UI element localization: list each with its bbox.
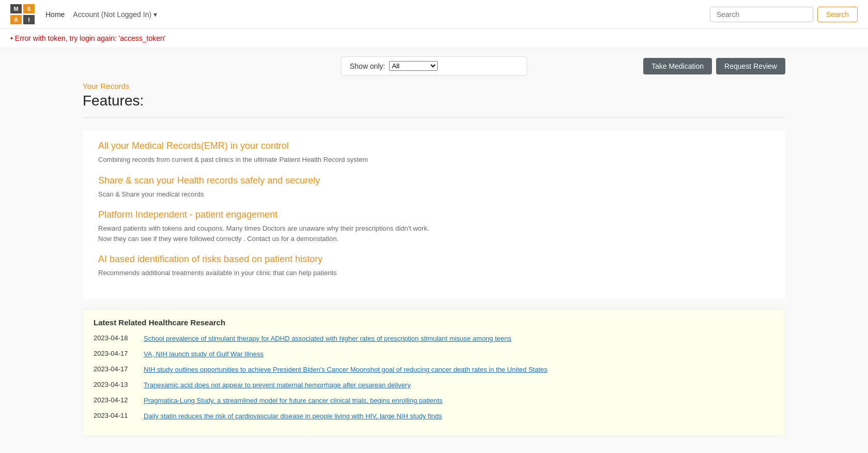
feature-desc-2: Scan & Share your medical records (98, 189, 770, 200)
feature-title-3: Platform Independent - patient engagemen… (98, 209, 770, 220)
logo-m: M (10, 4, 22, 13)
feature-desc-4: Recommends additional treatments availab… (98, 268, 770, 278)
feature-title-1: All your Medical Records(EMR) in your co… (98, 141, 770, 152)
feature-title-4: AI based identification of risks based o… (98, 254, 770, 265)
research-item-2: 2023-04-17 VA, NIH launch study of Gulf … (94, 350, 774, 359)
research-date-5: 2023-04-12 (94, 396, 137, 404)
research-date-6: 2023-04-11 (94, 412, 137, 419)
logo[interactable]: M S A I (10, 4, 35, 25)
feature-item-1: All your Medical Records(EMR) in your co… (98, 141, 770, 165)
nav-home[interactable]: Home (45, 8, 65, 21)
features-heading: Features: (83, 93, 785, 109)
research-link-5[interactable]: Pragmatica-Lung Study, a streamlined mod… (144, 396, 443, 405)
feature-title-2: Share & scan your Health records safely … (98, 175, 770, 186)
features-section: All your Medical Records(EMR) in your co… (83, 130, 785, 299)
research-link-2[interactable]: VA, NIH launch study of Gulf War Illness (144, 350, 264, 359)
divider (83, 117, 785, 118)
show-only-label: Show only: (350, 62, 385, 70)
request-review-button[interactable]: Request Review (716, 58, 785, 74)
logo-i: I (23, 15, 35, 24)
show-only-select[interactable]: All Medications Conditions Labs (389, 61, 438, 71)
research-date-2: 2023-04-17 (94, 350, 137, 357)
nav-account-dropdown[interactable]: Account (Not Logged In) ▾ (73, 10, 157, 19)
research-item-6: 2023-04-11 Daily statin reduces the risk… (94, 412, 774, 421)
take-medication-button[interactable]: Take Medication (643, 58, 712, 74)
research-item-3: 2023-04-17 NIH study outlines opportunit… (94, 365, 774, 374)
research-link-1[interactable]: School prevalence of stimulant therapy f… (144, 334, 512, 343)
feature-item-2: Share & scan your Health records safely … (98, 175, 770, 200)
main-content: Show only: All Medications Conditions La… (72, 48, 796, 445)
show-filter-box: Show only: All Medications Conditions La… (341, 56, 527, 76)
research-link-3[interactable]: NIH study outlines opportunities to achi… (144, 365, 548, 374)
chevron-down-icon: ▾ (153, 10, 157, 19)
research-link-6[interactable]: Daily statin reduces the risk of cardiov… (144, 412, 442, 421)
search-input[interactable] (710, 7, 813, 22)
navbar-left: M S A I Home Account (Not Logged In) ▾ (10, 4, 157, 25)
research-item-1: 2023-04-18 School prevalence of stimulan… (94, 334, 774, 343)
action-buttons: Take Medication Request Review (551, 58, 785, 74)
top-action-bar: Show only: All Medications Conditions La… (83, 56, 785, 76)
research-title: Latest Related Healthcare Research (94, 318, 774, 327)
logo-a: A (10, 15, 22, 24)
feature-item-3: Platform Independent - patient engagemen… (98, 209, 770, 244)
feature-desc-1: Combining records from current & past cl… (98, 155, 770, 165)
research-date-1: 2023-04-18 (94, 334, 137, 342)
research-link-4[interactable]: Tranexamic acid does not appear to preve… (144, 381, 411, 390)
nav-links: Home Account (Not Logged In) ▾ (45, 8, 157, 21)
navbar-right: Search (710, 7, 858, 22)
logo-s: S (23, 4, 35, 13)
error-message: Error with token, try login again: 'acce… (0, 29, 868, 48)
navbar: M S A I Home Account (Not Logged In) ▾ S… (0, 0, 868, 29)
feature-item-4: AI based identification of risks based o… (98, 254, 770, 278)
feature-desc-3: Reward patients with tokens and coupons.… (98, 223, 770, 244)
research-date-4: 2023-04-13 (94, 381, 137, 388)
research-date-3: 2023-04-17 (94, 365, 137, 373)
research-section: Latest Related Healthcare Research 2023-… (83, 309, 785, 436)
search-button[interactable]: Search (817, 7, 858, 22)
research-item-5: 2023-04-12 Pragmatica-Lung Study, a stre… (94, 396, 774, 405)
your-records-label: Your Records (83, 82, 785, 90)
research-item-4: 2023-04-13 Tranexamic acid does not appe… (94, 381, 774, 390)
nav-account-label: Account (Not Logged In) (73, 10, 151, 19)
